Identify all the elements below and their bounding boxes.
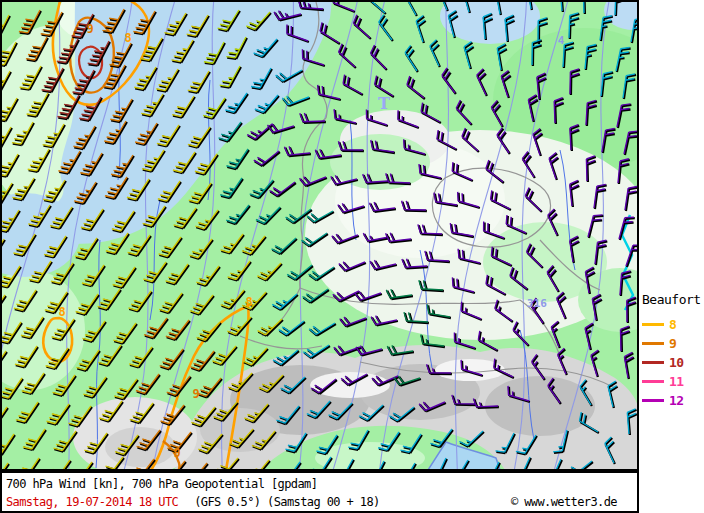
beaufort-legend: Beaufort 8 9 10 11 12 [642, 292, 704, 410]
map-layers: 9888994316T [0, 0, 640, 472]
low-pressure-marker: T [378, 94, 390, 113]
caption-parameter-line: 700 hPa Wind [kn], 700 hPa Geopotential … [6, 475, 633, 493]
beaufort-9-label: 9 [669, 336, 676, 351]
beaufort-contour-label: 9 [86, 22, 93, 36]
beaufort-9-line [642, 342, 664, 345]
caption-copyright: © www.wetter3.de [511, 493, 617, 511]
beaufort-8-label: 8 [669, 317, 676, 332]
legend-row: 8 [642, 315, 704, 334]
legend-row: 11 [642, 372, 704, 391]
beaufort-11-line [642, 380, 664, 383]
geopotential-label: 4 [558, 34, 565, 47]
beaufort-contour-label: 8 [245, 295, 252, 309]
beaufort-8-line [642, 323, 664, 326]
map-background [0, 0, 640, 472]
beaufort-contour-label: 8 [58, 305, 65, 319]
beaufort-contour-label: 8 [124, 31, 131, 45]
legend-title: Beaufort [642, 292, 704, 307]
beaufort-11-label: 11 [669, 374, 684, 389]
beaufort-contour-label: 9 [192, 387, 199, 401]
caption-model-run: (GFS 0.5°) (Samstag 00 + 18) [194, 493, 380, 511]
legend-row: 12 [642, 391, 704, 410]
caption-datetime: Samstag, 19-07-2014 18 UTC [6, 493, 178, 511]
beaufort-12-label: 12 [669, 393, 684, 408]
caption-box: 700 hPa Wind [kn], 700 hPa Geopotential … [0, 471, 639, 513]
beaufort-10-line [642, 361, 664, 364]
legend-row: 10 [642, 353, 704, 372]
beaufort-12-line [642, 399, 664, 402]
map-canvas: 9888994316T [0, 0, 640, 472]
geopotential-label: 316 [527, 297, 547, 310]
weather-map-app: 9888994316T Beaufort 8 9 10 11 12 700 hP… [0, 0, 704, 513]
beaufort-contour-label: 9 [173, 446, 180, 460]
beaufort-10-label: 10 [669, 355, 684, 370]
legend-row: 9 [642, 334, 704, 353]
